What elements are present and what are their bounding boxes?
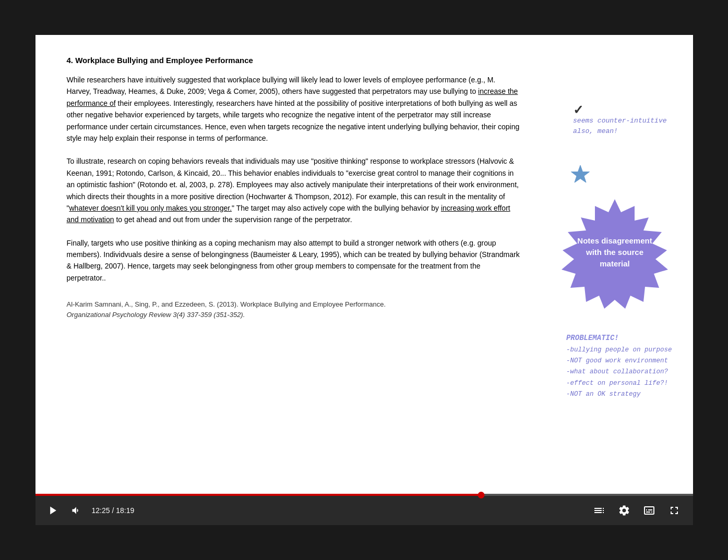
volume-button[interactable] <box>69 503 83 518</box>
svg-marker-5 <box>50 507 56 515</box>
counter-intuitive-annotation: seems counter-intuitive also, mean! <box>573 116 666 136</box>
svg-text:with the source: with the source <box>585 248 643 257</box>
paragraph-1: While researchers have intuitively sugge… <box>67 74 521 144</box>
progress-indicator[interactable] <box>478 492 484 498</box>
video-container: 4. Workplace Bullying and Employee Perfo… <box>35 35 693 525</box>
time-display: 12:25 / 18:19 <box>92 506 135 515</box>
settings-button[interactable] <box>616 502 632 519</box>
svg-text:Notes disagreement: Notes disagreement <box>577 236 652 245</box>
chapters-button[interactable] <box>591 502 607 519</box>
svg-text:material: material <box>600 259 630 268</box>
play-button[interactable] <box>46 503 61 518</box>
fullscreen-button[interactable] <box>666 502 683 519</box>
checkmark-annotation: ✓ <box>573 103 583 117</box>
subtitles-button[interactable] <box>641 502 658 519</box>
paragraph-2: To illustrate, research on coping behavi… <box>67 155 521 225</box>
document-content: 4. Workplace Bullying and Employee Perfo… <box>35 35 693 494</box>
svg-marker-0 <box>571 165 589 182</box>
problematic-annotation: PROBLEMATIC! -bullying people on purpose… <box>566 332 672 400</box>
video-controls-bar: 12:25 / 18:19 <box>35 496 693 525</box>
paragraph-3: Finally, targets who use positive thinki… <box>67 237 521 284</box>
reference: Al-Karim Samnani, A., Sing, P., and Ezze… <box>67 299 495 320</box>
section-title: 4. Workplace Bullying and Employee Perfo… <box>67 56 667 65</box>
progress-bar-fill <box>35 494 481 496</box>
progress-bar-track[interactable] <box>35 494 693 496</box>
star-annotation <box>569 164 591 188</box>
disagreement-badge: Notes disagreement with the source mater… <box>557 197 672 311</box>
